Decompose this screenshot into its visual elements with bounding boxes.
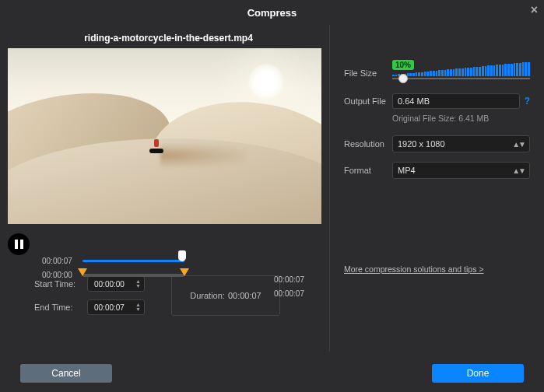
cancel-button[interactable]: Cancel	[20, 364, 112, 383]
rider-icon	[149, 139, 163, 155]
stepper-icon[interactable]: ▲▼	[135, 303, 141, 312]
done-button[interactable]: Done	[432, 364, 524, 383]
chevron-updown-icon: ▲▼	[512, 140, 525, 149]
dialog-content: riding-a-motorcycle-in-the-desert.mp4 00…	[0, 25, 544, 352]
close-icon[interactable]: ×	[531, 3, 538, 17]
video-preview[interactable]	[8, 48, 321, 224]
sun-icon	[248, 64, 284, 100]
timeline: 00:00:07 00:00:07 00:00:00 00:00:07	[8, 229, 329, 264]
trim-track[interactable]	[82, 274, 184, 277]
range-start-time: 00:00:00	[42, 271, 78, 279]
pause-button[interactable]	[8, 233, 30, 255]
dialog-header: Compress ×	[0, 0, 544, 25]
filesize-percent: 10%	[392, 60, 414, 70]
format-label: Format	[344, 166, 392, 175]
chevron-updown-icon: ▲▼	[512, 166, 525, 175]
file-name: riding-a-motorcycle-in-the-desert.mp4	[8, 33, 329, 44]
dialog-footer: Cancel Done	[0, 355, 544, 392]
left-panel: riding-a-motorcycle-in-the-desert.mp4 00…	[0, 25, 330, 352]
more-tips-link[interactable]: More compression solutions and tips >	[344, 264, 530, 274]
filesize-label: File Size	[344, 68, 392, 78]
end-time-label: End Time:	[34, 303, 79, 312]
resolution-label: Resolution	[344, 139, 392, 149]
pause-icon	[15, 240, 18, 249]
right-panel: File Size 10% Output File 0.64 MB ? Orig…	[330, 25, 544, 352]
slider-thumb[interactable]	[398, 74, 408, 83]
format-select[interactable]: MP4 ▲▼	[392, 162, 530, 179]
output-label: Output File	[344, 96, 392, 106]
end-time-input[interactable]: 00:00:07 ▲▼	[87, 299, 145, 315]
help-icon[interactable]: ?	[525, 96, 530, 107]
resolution-select[interactable]: 1920 x 1080 ▲▼	[392, 135, 530, 152]
original-size: Original File Size: 6.41 MB	[392, 114, 530, 123]
dialog-title: Compress	[247, 7, 297, 19]
range-end-time: 00:00:07	[189, 252, 319, 298]
output-size-input[interactable]: 0.64 MB	[392, 93, 520, 109]
filesize-slider[interactable]: 10%	[392, 62, 530, 84]
